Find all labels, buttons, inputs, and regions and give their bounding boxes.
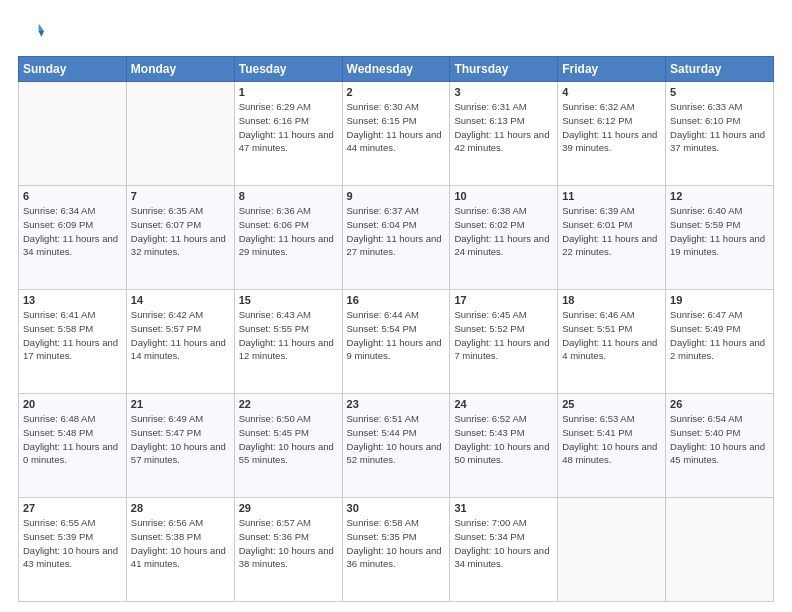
calendar-table: SundayMondayTuesdayWednesdayThursdayFrid… xyxy=(18,56,774,602)
day-number: 4 xyxy=(562,86,661,98)
calendar-cell: 10Sunrise: 6:38 AM Sunset: 6:02 PM Dayli… xyxy=(450,186,558,290)
day-number: 9 xyxy=(347,190,446,202)
day-number: 11 xyxy=(562,190,661,202)
day-number: 1 xyxy=(239,86,338,98)
day-info: Sunrise: 6:51 AM Sunset: 5:44 PM Dayligh… xyxy=(347,412,446,467)
day-info: Sunrise: 6:56 AM Sunset: 5:38 PM Dayligh… xyxy=(131,516,230,571)
calendar-cell: 28Sunrise: 6:56 AM Sunset: 5:38 PM Dayli… xyxy=(126,498,234,602)
day-info: Sunrise: 6:41 AM Sunset: 5:58 PM Dayligh… xyxy=(23,308,122,363)
day-info: Sunrise: 6:29 AM Sunset: 6:16 PM Dayligh… xyxy=(239,100,338,155)
day-number: 27 xyxy=(23,502,122,514)
calendar-cell: 19Sunrise: 6:47 AM Sunset: 5:49 PM Dayli… xyxy=(666,290,774,394)
calendar-cell: 15Sunrise: 6:43 AM Sunset: 5:55 PM Dayli… xyxy=(234,290,342,394)
day-info: Sunrise: 6:30 AM Sunset: 6:15 PM Dayligh… xyxy=(347,100,446,155)
page: SundayMondayTuesdayWednesdayThursdayFrid… xyxy=(0,0,792,612)
calendar-cell: 13Sunrise: 6:41 AM Sunset: 5:58 PM Dayli… xyxy=(19,290,127,394)
svg-marker-0 xyxy=(39,24,45,31)
calendar-cell: 8Sunrise: 6:36 AM Sunset: 6:06 PM Daylig… xyxy=(234,186,342,290)
day-info: Sunrise: 6:53 AM Sunset: 5:41 PM Dayligh… xyxy=(562,412,661,467)
day-number: 12 xyxy=(670,190,769,202)
day-info: Sunrise: 6:52 AM Sunset: 5:43 PM Dayligh… xyxy=(454,412,553,467)
day-info: Sunrise: 6:33 AM Sunset: 6:10 PM Dayligh… xyxy=(670,100,769,155)
day-number: 14 xyxy=(131,294,230,306)
calendar-cell: 17Sunrise: 6:45 AM Sunset: 5:52 PM Dayli… xyxy=(450,290,558,394)
logo-icon xyxy=(18,18,46,46)
calendar-cell: 23Sunrise: 6:51 AM Sunset: 5:44 PM Dayli… xyxy=(342,394,450,498)
day-info: Sunrise: 6:57 AM Sunset: 5:36 PM Dayligh… xyxy=(239,516,338,571)
day-number: 30 xyxy=(347,502,446,514)
calendar-cell: 26Sunrise: 6:54 AM Sunset: 5:40 PM Dayli… xyxy=(666,394,774,498)
day-info: Sunrise: 6:34 AM Sunset: 6:09 PM Dayligh… xyxy=(23,204,122,259)
calendar-cell: 3Sunrise: 6:31 AM Sunset: 6:13 PM Daylig… xyxy=(450,82,558,186)
day-number: 10 xyxy=(454,190,553,202)
calendar-cell: 25Sunrise: 6:53 AM Sunset: 5:41 PM Dayli… xyxy=(558,394,666,498)
day-number: 26 xyxy=(670,398,769,410)
calendar-week-4: 20Sunrise: 6:48 AM Sunset: 5:48 PM Dayli… xyxy=(19,394,774,498)
day-number: 3 xyxy=(454,86,553,98)
logo xyxy=(18,18,50,46)
calendar-cell: 27Sunrise: 6:55 AM Sunset: 5:39 PM Dayli… xyxy=(19,498,127,602)
calendar-cell: 1Sunrise: 6:29 AM Sunset: 6:16 PM Daylig… xyxy=(234,82,342,186)
calendar-cell: 2Sunrise: 6:30 AM Sunset: 6:15 PM Daylig… xyxy=(342,82,450,186)
day-info: Sunrise: 6:45 AM Sunset: 5:52 PM Dayligh… xyxy=(454,308,553,363)
calendar-week-3: 13Sunrise: 6:41 AM Sunset: 5:58 PM Dayli… xyxy=(19,290,774,394)
day-number: 5 xyxy=(670,86,769,98)
day-info: Sunrise: 6:32 AM Sunset: 6:12 PM Dayligh… xyxy=(562,100,661,155)
calendar-week-1: 1Sunrise: 6:29 AM Sunset: 6:16 PM Daylig… xyxy=(19,82,774,186)
calendar-cell: 7Sunrise: 6:35 AM Sunset: 6:07 PM Daylig… xyxy=(126,186,234,290)
day-number: 29 xyxy=(239,502,338,514)
day-info: Sunrise: 6:48 AM Sunset: 5:48 PM Dayligh… xyxy=(23,412,122,467)
day-number: 2 xyxy=(347,86,446,98)
day-number: 16 xyxy=(347,294,446,306)
day-info: Sunrise: 6:39 AM Sunset: 6:01 PM Dayligh… xyxy=(562,204,661,259)
calendar-cell: 16Sunrise: 6:44 AM Sunset: 5:54 PM Dayli… xyxy=(342,290,450,394)
day-number: 6 xyxy=(23,190,122,202)
calendar-cell: 20Sunrise: 6:48 AM Sunset: 5:48 PM Dayli… xyxy=(19,394,127,498)
col-header-thursday: Thursday xyxy=(450,57,558,82)
day-info: Sunrise: 6:47 AM Sunset: 5:49 PM Dayligh… xyxy=(670,308,769,363)
day-info: Sunrise: 6:49 AM Sunset: 5:47 PM Dayligh… xyxy=(131,412,230,467)
day-info: Sunrise: 6:46 AM Sunset: 5:51 PM Dayligh… xyxy=(562,308,661,363)
calendar-cell xyxy=(19,82,127,186)
calendar-cell: 6Sunrise: 6:34 AM Sunset: 6:09 PM Daylig… xyxy=(19,186,127,290)
col-header-sunday: Sunday xyxy=(19,57,127,82)
day-info: Sunrise: 6:35 AM Sunset: 6:07 PM Dayligh… xyxy=(131,204,230,259)
svg-marker-1 xyxy=(39,31,45,37)
day-number: 24 xyxy=(454,398,553,410)
calendar-cell xyxy=(126,82,234,186)
calendar-cell: 31Sunrise: 7:00 AM Sunset: 5:34 PM Dayli… xyxy=(450,498,558,602)
calendar-cell: 21Sunrise: 6:49 AM Sunset: 5:47 PM Dayli… xyxy=(126,394,234,498)
day-number: 28 xyxy=(131,502,230,514)
day-number: 18 xyxy=(562,294,661,306)
calendar-cell xyxy=(558,498,666,602)
col-header-tuesday: Tuesday xyxy=(234,57,342,82)
col-header-wednesday: Wednesday xyxy=(342,57,450,82)
calendar-cell: 12Sunrise: 6:40 AM Sunset: 5:59 PM Dayli… xyxy=(666,186,774,290)
calendar-cell: 14Sunrise: 6:42 AM Sunset: 5:57 PM Dayli… xyxy=(126,290,234,394)
calendar-cell: 18Sunrise: 6:46 AM Sunset: 5:51 PM Dayli… xyxy=(558,290,666,394)
day-number: 20 xyxy=(23,398,122,410)
calendar-cell: 30Sunrise: 6:58 AM Sunset: 5:35 PM Dayli… xyxy=(342,498,450,602)
calendar-cell xyxy=(666,498,774,602)
day-number: 23 xyxy=(347,398,446,410)
day-number: 25 xyxy=(562,398,661,410)
calendar-cell: 29Sunrise: 6:57 AM Sunset: 5:36 PM Dayli… xyxy=(234,498,342,602)
day-number: 31 xyxy=(454,502,553,514)
day-info: Sunrise: 6:58 AM Sunset: 5:35 PM Dayligh… xyxy=(347,516,446,571)
calendar-week-2: 6Sunrise: 6:34 AM Sunset: 6:09 PM Daylig… xyxy=(19,186,774,290)
calendar-week-5: 27Sunrise: 6:55 AM Sunset: 5:39 PM Dayli… xyxy=(19,498,774,602)
day-info: Sunrise: 6:55 AM Sunset: 5:39 PM Dayligh… xyxy=(23,516,122,571)
calendar-cell: 24Sunrise: 6:52 AM Sunset: 5:43 PM Dayli… xyxy=(450,394,558,498)
day-number: 21 xyxy=(131,398,230,410)
day-number: 19 xyxy=(670,294,769,306)
day-info: Sunrise: 6:40 AM Sunset: 5:59 PM Dayligh… xyxy=(670,204,769,259)
day-info: Sunrise: 6:54 AM Sunset: 5:40 PM Dayligh… xyxy=(670,412,769,467)
day-info: Sunrise: 7:00 AM Sunset: 5:34 PM Dayligh… xyxy=(454,516,553,571)
calendar-cell: 9Sunrise: 6:37 AM Sunset: 6:04 PM Daylig… xyxy=(342,186,450,290)
day-number: 8 xyxy=(239,190,338,202)
day-info: Sunrise: 6:44 AM Sunset: 5:54 PM Dayligh… xyxy=(347,308,446,363)
col-header-friday: Friday xyxy=(558,57,666,82)
header xyxy=(18,18,774,46)
day-info: Sunrise: 6:31 AM Sunset: 6:13 PM Dayligh… xyxy=(454,100,553,155)
day-info: Sunrise: 6:43 AM Sunset: 5:55 PM Dayligh… xyxy=(239,308,338,363)
